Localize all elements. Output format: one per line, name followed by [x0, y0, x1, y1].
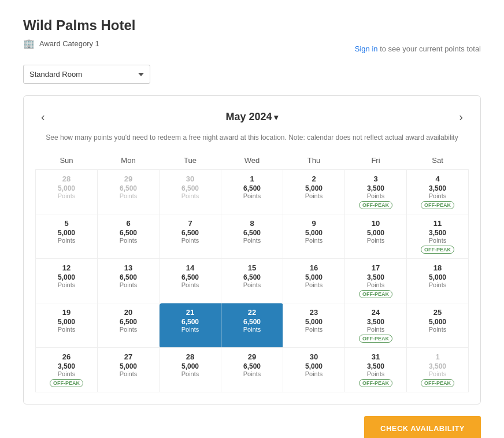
calendar-day[interactable]: 20 6,500 Points — [98, 303, 160, 348]
calendar-day[interactable]: 17 3,500 Points OFF-PEAK — [345, 259, 407, 303]
offpeak-badge: OFF-PEAK — [359, 379, 392, 387]
offpeak-badge: OFF-PEAK — [359, 201, 392, 209]
offpeak-badge: OFF-PEAK — [421, 379, 454, 387]
calendar-day[interactable]: 25 5,000 Points — [407, 303, 469, 348]
calendar-day[interactable]: 19 5,000 Points — [36, 303, 98, 348]
calendar-day[interactable]: 23 5,000 Points — [283, 303, 345, 348]
hotel-title: Wild Palms Hotel — [23, 17, 481, 34]
building-icon: 🏢 — [23, 38, 35, 49]
room-type-select[interactable]: Standard Room Deluxe Room Suite — [23, 65, 150, 84]
offpeak-badge: OFF-PEAK — [50, 379, 83, 387]
calendar-day[interactable]: 14 6,500 Points — [160, 259, 221, 303]
calendar-day[interactable]: 31 3,500 Points OFF-PEAK — [345, 348, 407, 392]
calendar-day[interactable]: 6 6,500 Points — [98, 214, 160, 259]
col-mon: Mon — [98, 151, 160, 170]
calendar-day[interactable]: 4 3,500 Points OFF-PEAK — [407, 170, 469, 214]
month-title[interactable]: May 2024 — [226, 111, 279, 123]
calendar-day[interactable]: 29 6,500 Points — [221, 348, 283, 392]
calendar-day-selected-start[interactable]: 21 6,500 Points — [160, 303, 221, 348]
calendar-day[interactable]: 18 5,000 Points — [407, 259, 469, 303]
table-row: 19 5,000 Points 20 6,500 Points 21 6,500… — [36, 303, 469, 348]
col-sat: Sat — [407, 151, 469, 170]
table-row: 26 3,500 Points OFF-PEAK 27 5,000 Points… — [36, 348, 469, 392]
check-availability-row: CHECK AVAILABILITY — [23, 416, 481, 438]
calendar-container: ‹ May 2024 › See how many points you'd n… — [23, 95, 481, 404]
calendar-day[interactable]: 9 5,000 Points — [283, 214, 345, 259]
calendar-subtitle: See how many points you'd need to redeem… — [35, 132, 469, 143]
calendar-table: Sun Mon Tue Wed Thu Fri Sat 28 5,000 Poi… — [35, 151, 469, 392]
calendar-day[interactable]: 15 6,500 Points — [221, 259, 283, 303]
offpeak-badge: OFF-PEAK — [421, 246, 454, 254]
col-fri: Fri — [345, 151, 407, 170]
calendar-day[interactable]: 28 5,000 Points — [160, 348, 221, 392]
calendar-day[interactable]: 16 5,000 Points — [283, 259, 345, 303]
col-tue: Tue — [160, 151, 221, 170]
calendar-day[interactable]: 7 6,500 Points — [160, 214, 221, 259]
calendar-day[interactable]: 29 6,500 Points — [98, 170, 160, 214]
calendar-day-selected-end[interactable]: 22 6,500 Points — [221, 303, 283, 348]
offpeak-badge: OFF-PEAK — [359, 290, 392, 298]
calendar-day[interactable]: 8 6,500 Points — [221, 214, 283, 259]
calendar-day[interactable]: 24 3,500 Points OFF-PEAK — [345, 303, 407, 348]
next-month-button[interactable]: › — [453, 107, 469, 127]
calendar-header: ‹ May 2024 › — [35, 107, 469, 127]
calendar-day[interactable]: 30 6,500 Points — [160, 170, 221, 214]
prev-month-button[interactable]: ‹ — [35, 107, 51, 127]
calendar-day[interactable]: 13 6,500 Points — [98, 259, 160, 303]
calendar-day[interactable]: 11 3,500 Points OFF-PEAK — [407, 214, 469, 259]
calendar-day[interactable]: 1 3,500 Points OFF-PEAK — [407, 348, 469, 392]
calendar-day[interactable]: 12 5,000 Points — [36, 259, 98, 303]
calendar-day[interactable]: 2 5,000 Points — [283, 170, 345, 214]
sign-in-suffix: to see your current points total — [378, 44, 481, 53]
calendar-day[interactable]: 3 3,500 Points OFF-PEAK — [345, 170, 407, 214]
calendar-day[interactable]: 27 5,000 Points — [98, 348, 160, 392]
sign-in-link[interactable]: Sign in — [355, 44, 378, 53]
offpeak-badge: OFF-PEAK — [359, 335, 392, 343]
table-row: 28 5,000 Points 29 6,500 Points 30 6,500… — [36, 170, 469, 214]
calendar-day[interactable]: 26 3,500 Points OFF-PEAK — [36, 348, 98, 392]
calendar-day[interactable]: 28 5,000 Points — [36, 170, 98, 214]
calendar-day[interactable]: 30 5,000 Points — [283, 348, 345, 392]
col-thu: Thu — [283, 151, 345, 170]
check-availability-button[interactable]: CHECK AVAILABILITY — [364, 416, 481, 438]
col-sun: Sun — [36, 151, 98, 170]
calendar-day[interactable]: 5 5,000 Points — [36, 214, 98, 259]
award-category: Award Category 1 — [39, 39, 99, 48]
calendar-day[interactable]: 10 5,000 Points — [345, 214, 407, 259]
room-type-dropdown-row: Standard Room Deluxe Room Suite — [23, 65, 481, 84]
table-row: 5 5,000 Points 6 6,500 Points 7 6,500 Po… — [36, 214, 469, 259]
col-wed: Wed — [221, 151, 283, 170]
calendar-day[interactable]: 1 6,500 Points — [221, 170, 283, 214]
table-row: 12 5,000 Points 13 6,500 Points 14 6,500… — [36, 259, 469, 303]
offpeak-badge: OFF-PEAK — [421, 201, 454, 209]
